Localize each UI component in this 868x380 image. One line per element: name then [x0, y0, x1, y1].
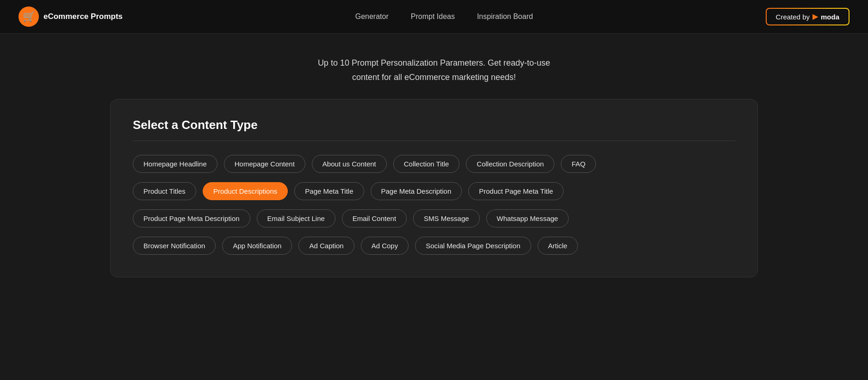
created-by-prefix: Created by	[776, 13, 810, 21]
main-card: Select a Content Type Homepage Headline …	[110, 99, 758, 277]
btn-page-meta-title[interactable]: Page Meta Title	[294, 182, 364, 200]
btn-collection-title[interactable]: Collection Title	[393, 155, 460, 173]
btn-product-page-meta-title[interactable]: Product Page Meta Title	[468, 182, 564, 200]
btn-page-meta-description[interactable]: Page Meta Description	[371, 182, 462, 200]
divider	[133, 141, 735, 141]
btn-about-us-content[interactable]: About us Content	[312, 155, 387, 173]
nav-generator[interactable]: Generator	[355, 12, 389, 21]
navbar: 🛒 eCommerce Prompts Generator Prompt Ide…	[0, 0, 868, 34]
hero-line1: Up to 10 Prompt Personalization Paramete…	[9, 56, 859, 70]
nav-links: Generator Prompt Ideas Inspiration Board	[355, 12, 533, 21]
nav-inspiration-board[interactable]: Inspiration Board	[477, 12, 533, 21]
content-type-row-1: Product Titles Product Descriptions Page…	[133, 182, 735, 200]
btn-email-subject-line[interactable]: Email Subject Line	[257, 209, 335, 227]
content-type-row-0: Homepage Headline Homepage Content About…	[133, 155, 735, 173]
app-name: eCommerce Prompts	[43, 12, 123, 21]
logo-area: 🛒 eCommerce Prompts	[19, 6, 123, 27]
moda-brand: moda	[821, 13, 839, 21]
hero-section: Up to 10 Prompt Personalization Paramete…	[0, 34, 868, 99]
content-type-grid: Homepage Headline Homepage Content About…	[133, 155, 735, 255]
btn-faq[interactable]: FAQ	[561, 155, 596, 173]
btn-email-content[interactable]: Email Content	[342, 209, 407, 227]
btn-browser-notification[interactable]: Browser Notification	[133, 237, 216, 255]
btn-product-page-meta-description[interactable]: Product Page Meta Description	[133, 209, 250, 227]
btn-sms-message[interactable]: SMS Message	[413, 209, 480, 227]
btn-homepage-content[interactable]: Homepage Content	[224, 155, 305, 173]
nav-prompt-ideas[interactable]: Prompt Ideas	[411, 12, 455, 21]
logo-icon: 🛒	[19, 6, 39, 27]
created-by-button[interactable]: Created by ▶ moda	[767, 9, 849, 25]
btn-whatsapp-message[interactable]: Whatsapp Message	[486, 209, 569, 227]
card-title: Select a Content Type	[133, 118, 735, 132]
content-type-row-3: Browser Notification App Notification Ad…	[133, 237, 735, 255]
moda-icon: ▶	[812, 12, 818, 21]
btn-collection-description[interactable]: Collection Description	[466, 155, 554, 173]
btn-homepage-headline[interactable]: Homepage Headline	[133, 155, 217, 173]
btn-article[interactable]: Article	[538, 237, 578, 255]
btn-app-notification[interactable]: App Notification	[222, 237, 292, 255]
btn-social-media-page-description[interactable]: Social Media Page Description	[415, 237, 531, 255]
btn-ad-caption[interactable]: Ad Caption	[298, 237, 354, 255]
btn-ad-copy[interactable]: Ad Copy	[361, 237, 409, 255]
created-by-button-wrapper: Created by ▶ moda	[766, 8, 849, 25]
btn-product-descriptions[interactable]: Product Descriptions	[203, 182, 288, 200]
hero-line2: content for all eCommerce marketing need…	[9, 70, 859, 85]
btn-product-titles[interactable]: Product Titles	[133, 182, 196, 200]
svg-text:🛒: 🛒	[23, 10, 36, 23]
content-type-row-2: Product Page Meta Description Email Subj…	[133, 209, 735, 227]
